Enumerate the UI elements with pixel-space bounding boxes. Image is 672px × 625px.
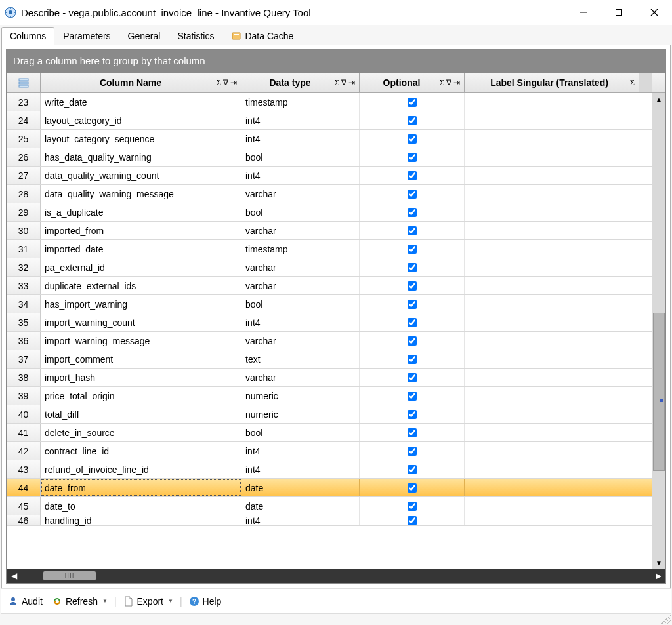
- row-number[interactable]: 45: [7, 497, 41, 515]
- cell-data-type[interactable]: text: [242, 350, 360, 368]
- column-header-optional[interactable]: Optional Σ ∇ ⇥: [360, 73, 465, 92]
- row-number[interactable]: 34: [7, 295, 41, 313]
- cell-optional[interactable]: [360, 167, 465, 184]
- table-row[interactable]: 24layout_category_idint4: [7, 111, 652, 130]
- optional-checkbox[interactable]: [408, 373, 417, 382]
- cell-data-type[interactable]: date: [242, 479, 360, 496]
- table-row[interactable]: 46handling_idint4: [7, 515, 652, 526]
- group-by-panel[interactable]: Drag a column here to group by that colu…: [7, 50, 665, 73]
- cell-column-name[interactable]: imported_from: [41, 222, 242, 239]
- row-number[interactable]: 39: [7, 387, 41, 405]
- table-row[interactable]: 41delete_in_sourcebool: [7, 424, 652, 442]
- cell-column-name[interactable]: pa_external_id: [41, 258, 242, 276]
- cell-label[interactable]: [465, 332, 639, 350]
- cell-label[interactable]: [465, 497, 639, 515]
- row-number[interactable]: 42: [7, 442, 41, 460]
- cell-label[interactable]: [465, 515, 639, 525]
- cell-optional[interactable]: [360, 424, 465, 441]
- cell-data-type[interactable]: date: [242, 497, 360, 515]
- cell-optional[interactable]: [360, 148, 465, 166]
- column-header-glyphs[interactable]: Σ: [630, 78, 635, 88]
- cell-column-name[interactable]: import_warning_count: [41, 313, 242, 331]
- cell-label[interactable]: [465, 350, 639, 368]
- cell-column-name[interactable]: import_warning_message: [41, 332, 242, 350]
- optional-checkbox[interactable]: [408, 226, 417, 235]
- cell-data-type[interactable]: varchar: [242, 369, 360, 386]
- optional-checkbox[interactable]: [408, 428, 417, 437]
- row-number[interactable]: 37: [7, 350, 41, 368]
- table-row[interactable]: 30imported_fromvarchar: [7, 222, 652, 240]
- cell-optional[interactable]: [360, 479, 465, 496]
- cell-data-type[interactable]: varchar: [242, 222, 360, 239]
- row-number[interactable]: 30: [7, 222, 41, 239]
- refresh-button[interactable]: Refresh ▼: [49, 595, 110, 608]
- cell-label[interactable]: [465, 93, 639, 111]
- cell-data-type[interactable]: varchar: [242, 277, 360, 294]
- optional-checkbox[interactable]: [408, 190, 417, 199]
- cell-data-type[interactable]: varchar: [242, 332, 360, 350]
- table-row[interactable]: 28data_quality_warning_messagevarchar: [7, 185, 652, 203]
- help-button[interactable]: ? Help: [186, 595, 224, 608]
- cell-data-type[interactable]: timestamp: [242, 93, 360, 111]
- optional-checkbox[interactable]: [408, 116, 417, 125]
- cell-column-name[interactable]: has_data_quality_warning: [41, 148, 242, 166]
- cell-optional[interactable]: [360, 258, 465, 276]
- table-row[interactable]: 27data_quality_warning_countint4: [7, 167, 652, 185]
- table-row[interactable]: 31imported_datetimestamp: [7, 240, 652, 258]
- cell-column-name[interactable]: layout_category_sequence: [41, 130, 242, 148]
- cell-column-name[interactable]: date_from: [41, 479, 242, 496]
- minimize-button[interactable]: [566, 0, 601, 25]
- cell-optional[interactable]: [360, 93, 465, 111]
- optional-checkbox[interactable]: [408, 281, 417, 291]
- cell-data-type[interactable]: int4: [242, 111, 360, 129]
- column-header-label[interactable]: Label Singular (Translated) Σ: [465, 73, 639, 92]
- scroll-up-arrow[interactable]: ▲: [652, 93, 665, 105]
- cell-label[interactable]: [465, 479, 639, 496]
- column-header-datatype[interactable]: Data type Σ ∇ ⇥: [242, 73, 360, 92]
- row-number[interactable]: 36: [7, 332, 41, 350]
- cell-data-type[interactable]: bool: [242, 148, 360, 166]
- row-number[interactable]: 46: [7, 515, 41, 525]
- cell-column-name[interactable]: price_total_origin: [41, 387, 242, 405]
- row-number[interactable]: 31: [7, 240, 41, 258]
- cell-label[interactable]: [465, 369, 639, 386]
- table-row[interactable]: 39price_total_originnumeric: [7, 387, 652, 405]
- cell-label[interactable]: [465, 313, 639, 331]
- table-row[interactable]: 44date_fromdate: [7, 479, 652, 497]
- scroll-thumb[interactable]: [653, 313, 665, 471]
- cell-label[interactable]: [465, 185, 639, 203]
- chevron-down-icon[interactable]: ▼: [102, 598, 108, 604]
- cell-data-type[interactable]: bool: [242, 295, 360, 313]
- cell-label[interactable]: [465, 167, 639, 184]
- cell-data-type[interactable]: int4: [242, 515, 360, 525]
- cell-data-type[interactable]: varchar: [242, 258, 360, 276]
- optional-checkbox[interactable]: [408, 153, 417, 162]
- optional-checkbox[interactable]: [408, 447, 417, 456]
- scroll-track[interactable]: [652, 105, 665, 557]
- column-header-glyphs[interactable]: Σ ∇ ⇥: [217, 78, 237, 88]
- tab-general[interactable]: General: [119, 27, 169, 45]
- table-row[interactable]: 25layout_category_sequenceint4: [7, 130, 652, 148]
- audit-button[interactable]: Audit: [5, 595, 45, 608]
- table-row[interactable]: 34has_import_warningbool: [7, 295, 652, 313]
- cell-optional[interactable]: [360, 222, 465, 239]
- cell-data-type[interactable]: bool: [242, 203, 360, 221]
- row-number[interactable]: 33: [7, 277, 41, 294]
- column-header-glyphs[interactable]: Σ ∇ ⇥: [440, 78, 460, 88]
- optional-checkbox[interactable]: [408, 318, 417, 327]
- hscroll-track[interactable]: IIII: [21, 570, 651, 582]
- cell-column-name[interactable]: contract_line_id: [41, 442, 242, 460]
- tab-columns[interactable]: Columns: [1, 27, 54, 45]
- cell-label[interactable]: [465, 222, 639, 239]
- resize-grip[interactable]: [662, 615, 671, 624]
- scroll-right-arrow[interactable]: ▶: [651, 569, 665, 583]
- table-row[interactable]: 45date_todate: [7, 497, 652, 515]
- cell-label[interactable]: [465, 405, 639, 423]
- row-number[interactable]: 26: [7, 148, 41, 166]
- cell-column-name[interactable]: duplicate_external_ids: [41, 277, 242, 294]
- close-button[interactable]: [637, 0, 672, 25]
- cell-label[interactable]: [465, 203, 639, 221]
- table-row[interactable]: 33duplicate_external_idsvarchar: [7, 277, 652, 295]
- cell-label[interactable]: [465, 258, 639, 276]
- row-number[interactable]: 43: [7, 460, 41, 478]
